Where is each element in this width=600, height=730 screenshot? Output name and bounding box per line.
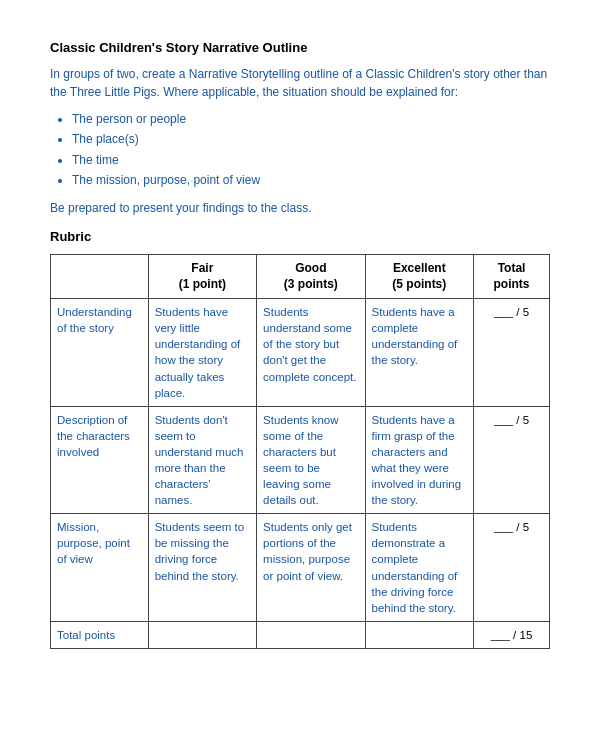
bullet-2: The place(s) (72, 129, 550, 149)
fair-mission: Students seem to be missing the driving … (148, 514, 256, 622)
header-fair: Fair(1 point) (148, 254, 256, 299)
table-row: Description of the characters involved S… (51, 406, 550, 514)
total-understanding: ___ / 5 (474, 299, 550, 407)
header-criteria (51, 254, 149, 299)
present-note: Be prepared to present your findings to … (50, 201, 550, 215)
bullet-3: The time (72, 150, 550, 170)
rubric-table: Fair(1 point) Good(3 points) Excellent(5… (50, 254, 550, 649)
excellent-total (365, 621, 473, 648)
fair-description: Students don't seem to understand much m… (148, 406, 256, 514)
criteria-total: Total points (51, 621, 149, 648)
header-total: Total points (474, 254, 550, 299)
table-total-row: Total points ___ / 15 (51, 621, 550, 648)
table-row: Understanding of the story Students have… (51, 299, 550, 407)
criteria-mission: Mission, purpose, point of view (51, 514, 149, 622)
excellent-description: Students have a firm grasp of the charac… (365, 406, 473, 514)
good-total (257, 621, 365, 648)
rubric-title: Rubric (50, 229, 550, 244)
total-mission: ___ / 5 (474, 514, 550, 622)
bullet-1: The person or people (72, 109, 550, 129)
table-header-row: Fair(1 point) Good(3 points) Excellent(5… (51, 254, 550, 299)
table-row: Mission, purpose, point of view Students… (51, 514, 550, 622)
intro-text: In groups of two, create a Narrative Sto… (50, 65, 550, 101)
excellent-mission: Students demonstrate a complete understa… (365, 514, 473, 622)
header-good: Good(3 points) (257, 254, 365, 299)
header-excellent: Excellent(5 points) (365, 254, 473, 299)
excellent-understanding: Students have a complete understanding o… (365, 299, 473, 407)
bullet-4: The mission, purpose, point of view (72, 170, 550, 190)
good-understanding: Students understand some of the story bu… (257, 299, 365, 407)
criteria-understanding: Understanding of the story (51, 299, 149, 407)
total-total: ___ / 15 (474, 621, 550, 648)
good-description: Students know some of the characters but… (257, 406, 365, 514)
good-mission: Students only get portions of the missio… (257, 514, 365, 622)
fair-understanding: Students have very little understanding … (148, 299, 256, 407)
criteria-description: Description of the characters involved (51, 406, 149, 514)
total-description: ___ / 5 (474, 406, 550, 514)
bullet-list: The person or people The place(s) The ti… (72, 109, 550, 191)
fair-total (148, 621, 256, 648)
page-title: Classic Children's Story Narrative Outli… (50, 40, 550, 55)
